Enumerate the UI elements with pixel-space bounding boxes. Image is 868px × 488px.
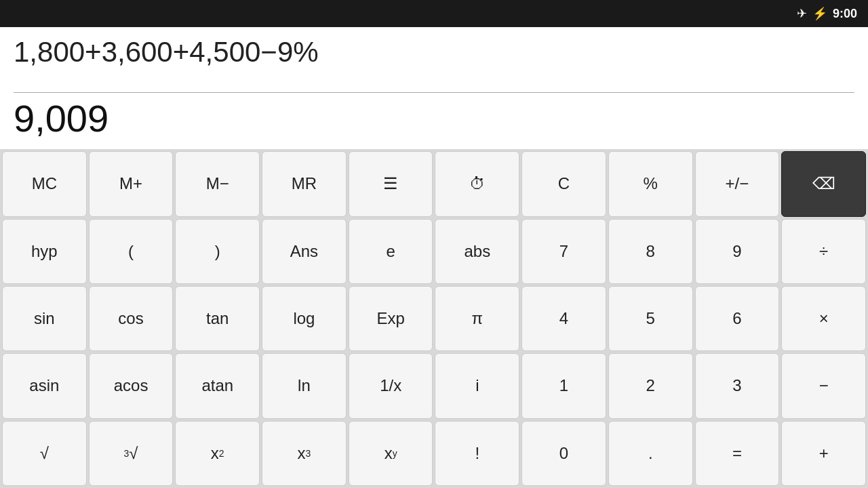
ln-button[interactable]: ln: [262, 353, 347, 418]
multiply-button[interactable]: ×: [781, 286, 866, 351]
display: 1,800+3,600+4,500−9% 9,009: [0, 27, 868, 149]
reciprocal-button[interactable]: 1/x: [349, 353, 433, 418]
pi-button[interactable]: π: [435, 286, 519, 351]
m-minus-button[interactable]: M−: [175, 151, 260, 216]
cos-button[interactable]: cos: [89, 286, 174, 351]
hyp-button[interactable]: hyp: [2, 219, 87, 284]
square-button[interactable]: x2: [175, 421, 260, 486]
subtract-button[interactable]: −: [781, 353, 866, 418]
power-button[interactable]: xy: [349, 421, 433, 486]
airplane-icon: ✈: [797, 6, 807, 21]
five-button[interactable]: 5: [608, 286, 693, 351]
e-button[interactable]: e: [349, 219, 433, 284]
divider: [14, 92, 854, 93]
sin-button[interactable]: sin: [2, 286, 87, 351]
decimal-button[interactable]: .: [608, 421, 693, 486]
clear-button[interactable]: C: [521, 151, 606, 216]
status-bar: ✈ ⚡ 9:00: [0, 0, 868, 27]
equals-button[interactable]: =: [695, 421, 780, 486]
exp-button[interactable]: Exp: [349, 286, 433, 351]
mc-button[interactable]: MC: [2, 151, 87, 216]
nine-button[interactable]: 9: [695, 219, 780, 284]
sqrt-button[interactable]: √: [2, 421, 87, 486]
open-paren-button[interactable]: (: [89, 219, 174, 284]
factorial-button[interactable]: !: [435, 421, 519, 486]
tan-button[interactable]: tan: [175, 286, 260, 351]
zero-button[interactable]: 0: [521, 421, 606, 486]
cbrt-button[interactable]: 3√: [89, 421, 174, 486]
status-time: 9:00: [833, 7, 857, 21]
cube-button[interactable]: x3: [262, 421, 347, 486]
battery-icon: ⚡: [812, 6, 827, 21]
abs-button[interactable]: abs: [435, 219, 519, 284]
log-button[interactable]: log: [262, 286, 347, 351]
asin-button[interactable]: asin: [2, 353, 87, 418]
one-button[interactable]: 1: [521, 353, 606, 418]
backspace-button[interactable]: ⌫: [781, 151, 866, 216]
expression: 1,800+3,600+4,500−9%: [14, 35, 854, 89]
add-button[interactable]: +: [781, 421, 866, 486]
imaginary-button[interactable]: i: [435, 353, 519, 418]
seven-button[interactable]: 7: [521, 219, 606, 284]
result: 9,009: [14, 96, 854, 141]
button-grid: MCM+M−MR☰⏱C%+/−⌫hyp()Anseabs789÷sincosta…: [0, 149, 868, 488]
acos-button[interactable]: acos: [89, 353, 174, 418]
m-plus-button[interactable]: M+: [89, 151, 174, 216]
divide-button[interactable]: ÷: [781, 219, 866, 284]
close-paren-button[interactable]: ): [175, 219, 260, 284]
two-button[interactable]: 2: [608, 353, 693, 418]
ans-button[interactable]: Ans: [262, 219, 347, 284]
atan-button[interactable]: atan: [175, 353, 260, 418]
menu-button[interactable]: ☰: [349, 151, 433, 216]
percent-button[interactable]: %: [608, 151, 693, 216]
eight-button[interactable]: 8: [608, 219, 693, 284]
mr-button[interactable]: MR: [262, 151, 347, 216]
four-button[interactable]: 4: [521, 286, 606, 351]
three-button[interactable]: 3: [695, 353, 780, 418]
calculator: 1,800+3,600+4,500−9% 9,009 MCM+M−MR☰⏱C%+…: [0, 27, 868, 488]
six-button[interactable]: 6: [695, 286, 780, 351]
history-button[interactable]: ⏱: [435, 151, 519, 216]
plus-minus-button[interactable]: +/−: [695, 151, 780, 216]
